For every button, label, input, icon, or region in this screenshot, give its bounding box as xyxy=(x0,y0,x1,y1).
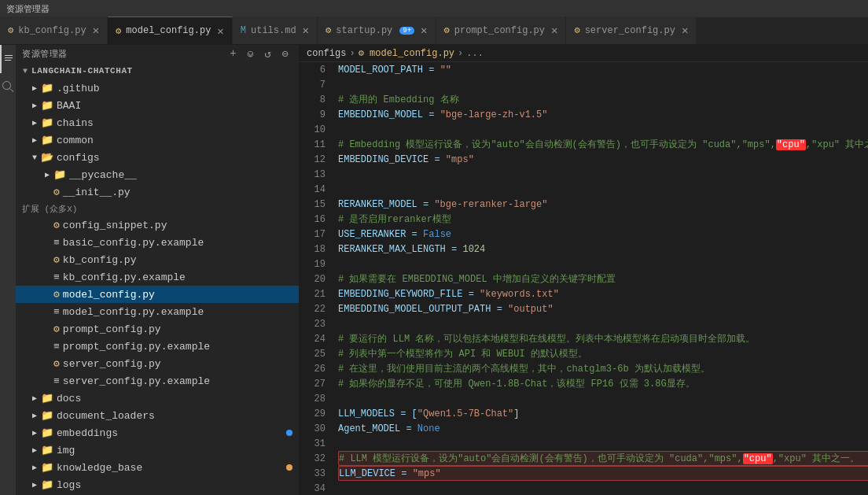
sidebar-item-github[interactable]: ▶ 📁 .github xyxy=(16,79,299,97)
tab-close-kb_config[interactable]: ✕ xyxy=(93,24,99,37)
code-editor[interactable]: 6789101112131415161718192021222324252627… xyxy=(299,62,868,495)
sidebar-item-prompt_config_example[interactable]: ≡ prompt_config.py.example xyxy=(16,338,299,355)
breadcrumb-symbol[interactable]: ... xyxy=(466,48,484,59)
tab-icon-utils: M xyxy=(241,25,246,36)
tab-close-utils[interactable]: ✕ xyxy=(303,24,309,37)
sidebar-item-basic_config_example[interactable]: ≡ basic_config.py.example xyxy=(16,234,299,251)
sidebar-item-document_loaders[interactable]: ▶ 📁 document_loaders xyxy=(16,407,299,424)
new-file-button[interactable]: + xyxy=(226,46,241,61)
file-icon-pycache: 📁 xyxy=(53,168,66,181)
item-label-prompt_config_py: prompt_config.py xyxy=(63,323,161,335)
sidebar-item-kb_config_example[interactable]: ≡ kb_config.py.example xyxy=(16,268,299,286)
line-number-28: 28 xyxy=(305,391,326,406)
tab-close-startup[interactable]: ✕ xyxy=(421,24,427,37)
code-line-11: # Embedding 模型运行设备，设为"auto"会自动检测(会有警告)，也… xyxy=(338,137,868,152)
sidebar-item-embeddings[interactable]: ▶ 📁 embeddings xyxy=(16,424,299,441)
tab-startup[interactable]: ⚙startup.py9+✕ xyxy=(318,17,436,44)
tab-close-prompt_config[interactable]: ✕ xyxy=(551,24,557,37)
sidebar-root[interactable]: ▼ LANGCHAIN-CHATCHAT xyxy=(16,62,299,79)
tab-close-server_config[interactable]: ✕ xyxy=(682,24,688,37)
item-label-server_config_example: server_config.py.example xyxy=(63,375,210,387)
app-root: 资源管理器 ⚙kb_config.py✕⚙model_config.py✕Mut… xyxy=(0,0,868,495)
line-number-6: 6 xyxy=(305,62,326,77)
tab-icon-prompt_config: ⚙ xyxy=(444,24,450,36)
sidebar-item-common[interactable]: ▶ 📁 common xyxy=(16,131,299,149)
file-icon-document_loaders: 📁 xyxy=(41,409,53,422)
code-line-33: LLM_DEVICE = "mps" xyxy=(338,466,868,481)
line-number-34: 34 xyxy=(305,481,326,495)
item-label-document_loaders: document_loaders xyxy=(57,410,155,422)
code-line-10 xyxy=(338,122,868,137)
sidebar-item-chains[interactable]: ▶ 📁 chains xyxy=(16,114,299,131)
tab-prompt_config[interactable]: ⚙prompt_config.py✕ xyxy=(436,17,567,44)
code-line-26: # 在这里，我们使用目前主流的两个高线模型，其中，chatglm3-6b 为默认… xyxy=(338,361,868,376)
line-number-31: 31 xyxy=(305,436,326,451)
sidebar-item-model_config_example[interactable]: ≡ model_config.py.example xyxy=(16,303,299,320)
sidebar-item-baai[interactable]: ▶ 📁 BAAI xyxy=(16,97,299,114)
item-label-baai: BAAI xyxy=(57,100,81,112)
item-label-embeddings: embeddings xyxy=(57,427,118,439)
root-arrow: ▼ xyxy=(19,67,31,76)
sidebar-item-img[interactable]: ▶ 📁 img xyxy=(16,441,299,459)
refresh-button[interactable]: ↺ xyxy=(261,46,275,61)
tab-label-prompt_config: prompt_config.py xyxy=(454,25,545,36)
item-label-model_config_example: model_config.py.example xyxy=(63,306,204,318)
file-icon-prompt_config_py: ⚙ xyxy=(53,323,60,335)
item-label-config_snippet: config_snippet.py xyxy=(63,220,167,231)
tab-utils[interactable]: Mutils.md✕ xyxy=(233,17,318,44)
line-number-22: 22 xyxy=(305,301,326,316)
tab-model_config[interactable]: ⚙model_config.py✕ xyxy=(108,17,233,44)
new-folder-button[interactable]: ⎉ xyxy=(244,46,258,61)
sidebar-item-prompt_config_py[interactable]: ⚙ prompt_config.py xyxy=(16,320,299,338)
line-number-18: 18 xyxy=(305,242,326,257)
tab-label-utils: utils.md xyxy=(251,25,296,36)
tab-server_config[interactable]: ⚙server_config.py✕ xyxy=(566,17,697,44)
breadcrumb-configs[interactable]: configs xyxy=(307,48,346,59)
line-number-32: 32 xyxy=(305,451,326,466)
activity-search[interactable] xyxy=(0,73,16,102)
item-label-docs: docs xyxy=(57,393,81,404)
code-line-14 xyxy=(338,182,868,197)
sidebar-item-pycache[interactable]: ▶ 📁 __pycache__ xyxy=(16,166,299,183)
tab-close-model_config[interactable]: ✕ xyxy=(217,24,223,38)
collapse-all-button[interactable]: ⊖ xyxy=(278,46,292,61)
item-label-configs: configs xyxy=(57,152,100,164)
arrow-chains: ▶ xyxy=(28,118,41,127)
dot-badge-embeddings xyxy=(286,430,292,436)
item-label-pycache: __pycache__ xyxy=(69,169,137,181)
line-number-29: 29 xyxy=(305,406,326,421)
file-icon-model_config_example: ≡ xyxy=(53,306,60,318)
activity-explorer[interactable] xyxy=(0,45,16,73)
file-icon-logs: 📁 xyxy=(41,478,53,491)
file-icon-server_config_py: ⚙ xyxy=(53,357,60,370)
line-number-17: 17 xyxy=(305,227,326,242)
file-icon-chains: 📁 xyxy=(41,116,53,129)
line-number-14: 14 xyxy=(305,182,326,197)
line-number-24: 24 xyxy=(305,331,326,346)
sidebar-item-server_config_example[interactable]: ≡ server_config.py.example xyxy=(16,372,299,390)
file-icon-init: ⚙ xyxy=(53,186,60,198)
dot-badge-orange-knowledge_base xyxy=(286,464,292,471)
line-number-10: 10 xyxy=(305,122,326,137)
sidebar-item-model_config_py[interactable]: ⚙ model_config.py xyxy=(16,286,299,303)
sidebar-item-kb_config[interactable]: ⚙ kb_config.py xyxy=(16,251,299,268)
item-label-img: img xyxy=(57,445,75,456)
arrow-knowledge_base: ▶ xyxy=(28,463,41,472)
code-line-25: # 列表中第一个模型将作为 API 和 WEBUI 的默认模型。 xyxy=(338,346,868,361)
sidebar-item-init[interactable]: ⚙ __init__.py xyxy=(16,183,299,201)
sidebar-item-logs[interactable]: ▶ 📁 logs xyxy=(16,476,299,493)
sidebar-item-config_snippet[interactable]: ⚙ config_snippet.py xyxy=(16,216,299,234)
sidebar-item-server_config_py[interactable]: ⚙ server_config.py xyxy=(16,355,299,372)
item-label-model_config_py: model_config.py xyxy=(63,289,155,301)
arrow-pycache: ▶ xyxy=(41,170,53,179)
sidebar-item-docs[interactable]: ▶ 📁 docs xyxy=(16,390,299,407)
activity-bar: 30 xyxy=(0,45,16,495)
title-bar: 资源管理器 xyxy=(0,0,868,17)
sidebar-item-knowledge_base[interactable]: ▶ 📁 knowledge_base xyxy=(16,459,299,476)
breadcrumb-file[interactable]: ⚙ model_config.py xyxy=(359,47,454,59)
code-line-7 xyxy=(338,77,868,92)
tab-kb_config[interactable]: ⚙kb_config.py✕ xyxy=(0,17,108,44)
sidebar-item-configs[interactable]: ▼ 📂 configs xyxy=(16,149,299,166)
expand-collapse-bar[interactable]: 扩展 (众多X) xyxy=(16,201,299,216)
file-icon-github: 📁 xyxy=(41,82,53,94)
